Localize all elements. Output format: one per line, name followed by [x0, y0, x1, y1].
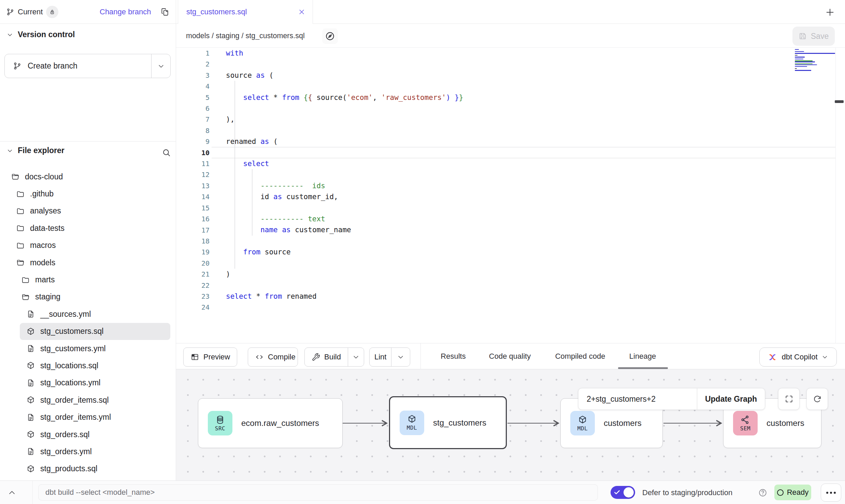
fullscreen-icon [785, 395, 793, 403]
chevron-down-icon [822, 354, 828, 360]
copy-branch-icon[interactable] [160, 7, 170, 17]
file-tree-item-marts[interactable]: marts [0, 271, 176, 288]
scrollbar-thumb[interactable] [835, 100, 844, 103]
lint-button[interactable]: Lint [370, 348, 391, 366]
folder-open-icon [11, 172, 20, 181]
divider [0, 141, 176, 142]
folder-icon [16, 190, 25, 198]
file-label: data-tests [30, 224, 65, 233]
file-tree-item-stg_customers.yml[interactable]: stg_customers.yml [0, 340, 176, 357]
view-docs-button[interactable] [322, 28, 338, 44]
file-tree-item-docs-cloud[interactable]: docs-cloud [0, 168, 176, 185]
command-input[interactable]: dbt build --select <model_name> [38, 484, 598, 501]
build-dropdown[interactable] [348, 348, 364, 366]
file-tree-item-macros[interactable]: macros [0, 237, 176, 254]
ready-label: Ready [787, 488, 809, 497]
status-dot-icon [777, 489, 784, 496]
more-options-button[interactable] [821, 484, 841, 502]
file-tree-item-analyses[interactable]: analyses [0, 203, 176, 220]
file-tree-item-data-tests[interactable]: data-tests [0, 220, 176, 237]
file-label: macros [30, 241, 56, 250]
file-tree-item-stg_orders.sql[interactable]: stg_orders.sql [0, 426, 176, 443]
doc-icon [26, 310, 35, 318]
new-tab-button[interactable] [823, 5, 837, 19]
expand-panel-button[interactable] [5, 486, 19, 500]
change-branch-link[interactable]: Change branch [100, 0, 151, 24]
defer-toggle[interactable] [611, 486, 635, 499]
editor-tabstrip: stg_customers.sql [176, 0, 845, 24]
cube-icon [26, 396, 35, 404]
scrollbar-track[interactable] [835, 48, 836, 343]
chevron-down-icon [353, 354, 359, 360]
lint-split-button: Lint [369, 347, 410, 367]
version-control-section[interactable]: Version control [7, 30, 75, 39]
search-icon[interactable] [160, 147, 172, 158]
file-tree-item-stg_order_items.sql[interactable]: stg_order_items.sql [0, 391, 176, 409]
breadcrumb: models / staging / stg_customers.sql [186, 24, 305, 48]
source-badge: SRC [208, 411, 232, 435]
file-tree-item-stg_customers.sql[interactable]: stg_customers.sql [20, 323, 170, 340]
build-button[interactable]: Build [305, 348, 348, 366]
file-label: stg_locations.sql [40, 361, 98, 370]
close-icon[interactable] [298, 9, 305, 15]
chevron-down-icon [158, 63, 164, 70]
doc-icon [26, 447, 35, 456]
lock-icon [49, 9, 55, 15]
file-label: stg_order_items.yml [40, 413, 111, 422]
create-branch-main[interactable]: Create branch [5, 54, 151, 78]
code-editor[interactable]: 123456789101112131415161718192021222324 … [176, 48, 845, 343]
compile-label: Compile [268, 353, 296, 361]
model-badge: MDL [400, 411, 424, 435]
lineage-selector-input[interactable] [578, 388, 697, 410]
file-tree-item-models[interactable]: models [0, 254, 176, 271]
file-tree-item-__sources.yml[interactable]: __sources.yml [0, 306, 176, 323]
update-graph-button[interactable]: Update Graph [697, 388, 765, 410]
badge-label: MDL [407, 425, 417, 431]
help-icon[interactable] [758, 488, 767, 497]
file-label: marts [35, 275, 55, 284]
create-branch-label: Create branch [28, 61, 77, 71]
code-content[interactable]: withsource as ( select * from {{ source(… [226, 48, 463, 313]
file-label: stg_locations.yml [40, 378, 100, 387]
ide-status-badge[interactable]: Ready [774, 485, 811, 500]
file-label: docs-cloud [25, 172, 63, 181]
file-tree-item-staging[interactable]: staging [0, 288, 176, 306]
cube-icon [26, 327, 35, 336]
lineage-node-source[interactable]: SRC ecom.raw_customers [198, 398, 343, 448]
file-label: models [30, 258, 55, 267]
create-branch-dropdown[interactable] [151, 54, 170, 78]
node-title: ecom.raw_customers [241, 418, 319, 428]
compile-button[interactable]: Compile [248, 347, 298, 367]
create-branch-button[interactable]: Create branch [4, 54, 171, 78]
tab-compiled-code[interactable]: Compiled code [555, 343, 605, 369]
lineage-node-stg-customers[interactable]: MDL stg_customers [389, 396, 507, 449]
preview-button[interactable]: Preview [183, 347, 237, 367]
wrench-icon [312, 353, 320, 361]
current-branch: Current [6, 0, 58, 24]
file-label: stg_order_items.sql [40, 396, 109, 405]
file-tree-item-.github[interactable]: .github [0, 185, 176, 202]
file-tree-item-stg_products.sql[interactable]: stg_products.sql [0, 460, 176, 477]
lint-dropdown[interactable] [391, 348, 410, 366]
tab-code-quality[interactable]: Code quality [489, 343, 531, 369]
fullscreen-button[interactable] [778, 388, 800, 410]
lineage-selector-group: Update Graph [578, 388, 765, 410]
tab-results[interactable]: Results [441, 343, 466, 369]
branch-header: Current Change branch [0, 0, 176, 24]
file-tree-item-stg_orders.yml[interactable]: stg_orders.yml [0, 443, 176, 460]
tab-lineage[interactable]: Lineage [629, 343, 656, 369]
save-button[interactable]: Save [792, 27, 835, 46]
sidebar: Current Change branch Version control [0, 0, 176, 480]
file-tree-item-stg_order_items.yml[interactable]: stg_order_items.yml [0, 409, 176, 426]
file-tree-item-stg_locations.sql[interactable]: stg_locations.sql [0, 357, 176, 374]
file-explorer-section[interactable]: File explorer [7, 146, 65, 155]
table-icon [190, 353, 199, 361]
lineage-canvas[interactable]: SRC ecom.raw_customers MDL stg_customers… [176, 369, 845, 480]
file-label: analyses [30, 206, 61, 216]
file-label: stg_orders.yml [40, 447, 92, 456]
tab-stg-customers-sql[interactable]: stg_customers.sql [178, 0, 313, 24]
dbt-copilot-button[interactable]: dbt Copilot [759, 347, 837, 367]
file-tree-item-stg_locations.yml[interactable]: stg_locations.yml [0, 374, 176, 391]
minimap[interactable] [795, 49, 836, 72]
refresh-button[interactable] [806, 388, 828, 410]
